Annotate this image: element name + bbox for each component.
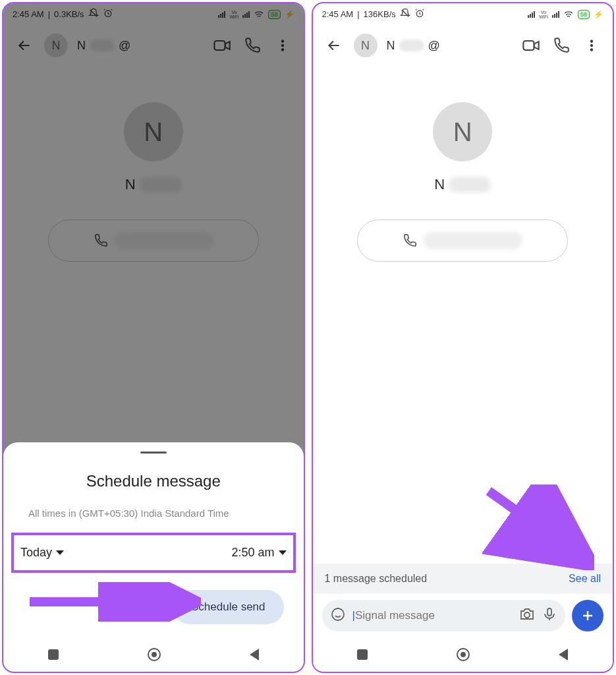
android-navbar <box>313 637 613 672</box>
message-placeholder: Signal message <box>355 609 435 622</box>
chevron-down-icon <box>56 550 64 555</box>
more-icon[interactable] <box>272 35 293 56</box>
svg-point-13 <box>524 612 530 618</box>
android-navbar <box>3 637 304 672</box>
battery-icon: 58 <box>268 10 280 19</box>
camera-icon[interactable] <box>519 606 535 626</box>
nav-home-icon[interactable] <box>457 648 470 661</box>
status-time: 2:45 AM <box>322 9 354 19</box>
annotation-arrow <box>482 484 594 573</box>
avatar-small[interactable]: N <box>354 34 378 57</box>
signal-icon <box>552 11 559 18</box>
composer: | Signal message <box>313 594 613 637</box>
svg-rect-1 <box>214 41 225 50</box>
voice-call-icon[interactable] <box>551 35 572 56</box>
redacted-text <box>449 177 491 192</box>
svg-point-12 <box>332 608 344 620</box>
chat-topbar: N N @ <box>3 23 304 63</box>
redacted-text <box>115 232 213 249</box>
see-all-link[interactable]: See all <box>569 573 601 585</box>
sheet-handle[interactable] <box>140 452 167 454</box>
datetime-picker-row: Today 2:50 am <box>11 533 296 573</box>
signal-icon <box>218 11 225 18</box>
back-icon[interactable] <box>323 35 345 56</box>
nav-back-icon[interactable] <box>559 649 568 660</box>
schedule-send-button[interactable]: Schedule send <box>173 590 283 624</box>
contact-name-mini[interactable]: N @ <box>77 39 130 53</box>
time-dropdown[interactable]: 2:50 am <box>231 546 286 560</box>
nav-home-icon[interactable] <box>148 648 161 661</box>
redacted-text <box>90 40 115 51</box>
schedule-sheet: Schedule message All times in (GMT+05:30… <box>3 442 304 638</box>
battery-icon: 58 <box>578 10 590 19</box>
scheduled-text: 1 message scheduled <box>325 573 428 585</box>
signal-icon <box>242 11 250 18</box>
phone-icon <box>94 233 108 248</box>
contact-name: N <box>125 176 182 193</box>
signal-icon <box>528 11 535 18</box>
left-screenshot: 2:45 AM | 0.3KB/s VoWiFi 58 ⚡ N N @ <box>2 2 305 673</box>
phone-number-pill[interactable] <box>357 220 568 262</box>
message-input[interactable]: | Signal message <box>322 600 566 631</box>
chat-topbar: N N @ <box>313 23 613 63</box>
status-speed: 136KB/s <box>364 9 396 19</box>
mic-icon[interactable] <box>542 606 557 626</box>
nav-recent-icon[interactable] <box>48 649 59 660</box>
more-icon[interactable] <box>581 35 602 56</box>
svg-point-4 <box>281 49 284 51</box>
nav-recent-icon[interactable] <box>357 649 368 660</box>
sheet-subtitle: All times in (GMT+05:30) India Standard … <box>28 506 279 521</box>
svg-rect-14 <box>547 608 551 616</box>
dnd-icon <box>400 8 410 20</box>
svg-point-10 <box>590 49 593 51</box>
svg-rect-7 <box>523 41 534 50</box>
status-speed: 0.3KB/s <box>54 9 84 19</box>
add-button[interactable] <box>572 600 603 631</box>
avatar-small[interactable]: N <box>44 34 68 57</box>
sheet-title: Schedule message <box>19 472 288 490</box>
contact-name-mini[interactable]: N @ <box>387 39 440 53</box>
vowifi-icon: VoWiFi <box>539 10 548 19</box>
status-bar: 2:45 AM | 0.3KB/s VoWiFi 58 ⚡ <box>3 3 304 23</box>
emoji-icon[interactable] <box>330 606 346 626</box>
wifi-icon <box>254 9 264 20</box>
alarm-icon <box>103 8 113 20</box>
video-call-icon[interactable] <box>520 35 542 56</box>
scheduled-banner: 1 message scheduled See all <box>313 564 613 594</box>
svg-point-2 <box>281 40 284 43</box>
date-dropdown[interactable]: Today <box>20 546 64 560</box>
phone-icon <box>403 233 417 248</box>
contact-name: N <box>434 176 491 193</box>
redacted-text <box>424 232 522 249</box>
nav-back-icon[interactable] <box>250 649 259 660</box>
avatar-large[interactable]: N <box>124 102 183 161</box>
voice-call-icon[interactable] <box>242 35 263 56</box>
back-icon[interactable] <box>14 35 35 56</box>
wifi-icon <box>563 9 574 20</box>
svg-line-11 <box>489 491 581 557</box>
redacted-text <box>140 177 182 192</box>
svg-point-9 <box>590 44 593 47</box>
phone-number-pill[interactable] <box>48 220 259 262</box>
profile-area: N N <box>313 63 613 275</box>
avatar-large[interactable]: N <box>433 102 492 161</box>
vowifi-icon: VoWiFi <box>229 10 238 19</box>
chevron-down-icon <box>279 550 287 555</box>
svg-point-8 <box>590 40 593 43</box>
alarm-icon <box>414 8 425 20</box>
video-call-icon[interactable] <box>211 35 233 56</box>
profile-area: N N <box>3 63 304 275</box>
right-screenshot: 2:45 AM | 136KB/s VoWiFi 58 ⚡ N N @ <box>312 2 615 673</box>
status-time: 2:45 AM <box>13 9 44 19</box>
dnd-icon <box>88 8 99 20</box>
redacted-text <box>399 40 424 51</box>
svg-point-3 <box>281 44 284 47</box>
status-bar: 2:45 AM | 136KB/s VoWiFi 58 ⚡ <box>313 3 613 23</box>
